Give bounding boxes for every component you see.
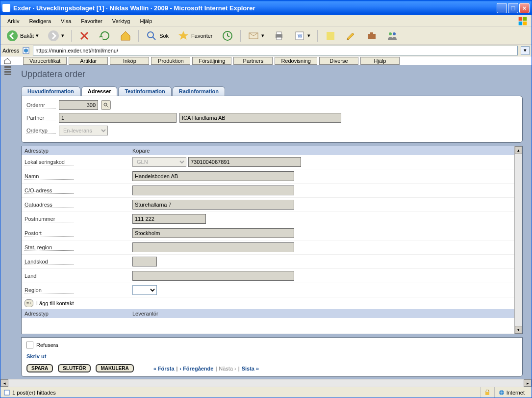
region-select[interactable] bbox=[132, 285, 157, 295]
address-footer-header: Adresstyp Leverantör bbox=[22, 309, 514, 318]
menu-visa[interactable]: Visa bbox=[57, 17, 75, 25]
mail-icon bbox=[248, 30, 259, 42]
svg-rect-10 bbox=[277, 32, 281, 34]
horizontal-scrollbar[interactable]: ◂ ▸ bbox=[0, 379, 532, 387]
tabs: Huvudinformation Adresser Textinformatio… bbox=[21, 86, 523, 96]
menu-redigera[interactable]: Redigera bbox=[25, 17, 55, 25]
search-button[interactable]: Sök bbox=[143, 28, 172, 43]
slutfor-button[interactable]: SLUTFÖR bbox=[58, 364, 91, 372]
svg-point-5 bbox=[48, 30, 59, 41]
tab-radinformation[interactable]: Radinformation bbox=[173, 86, 225, 96]
postnr-label: Postnummer bbox=[25, 216, 74, 222]
postnr-input[interactable] bbox=[132, 214, 206, 224]
lock-icon bbox=[484, 390, 490, 396]
close-button[interactable]: × bbox=[519, 3, 530, 13]
scroll-up-button[interactable]: ▴ bbox=[515, 146, 522, 154]
nav-produktion[interactable]: Produktion bbox=[151, 57, 190, 65]
stat-input[interactable] bbox=[132, 242, 294, 252]
tab-huvudinformation[interactable]: Huvudinformation bbox=[21, 86, 80, 96]
ordernr-input[interactable] bbox=[59, 100, 98, 110]
land-input[interactable] bbox=[132, 271, 294, 281]
lok-value-input[interactable] bbox=[188, 157, 301, 167]
namn-label: Namn bbox=[25, 173, 74, 180]
mail-button[interactable]: ▾ bbox=[245, 28, 267, 43]
namn-input[interactable] bbox=[132, 171, 294, 181]
pager-last[interactable]: Sista » bbox=[242, 366, 259, 371]
postort-input[interactable] bbox=[132, 228, 294, 238]
scroll-left-button[interactable]: ◂ bbox=[0, 379, 8, 387]
makulera-button[interactable]: MAKULERA bbox=[96, 364, 133, 372]
research-button[interactable] bbox=[342, 28, 360, 43]
tab-textinformation[interactable]: Textinformation bbox=[118, 86, 171, 96]
toolbar: Bakåt ▾ ▾ Sök Favoriter ▾ W▾ bbox=[0, 27, 532, 45]
scroll-down-button[interactable]: ▾ bbox=[515, 326, 522, 334]
gata-input[interactable] bbox=[132, 200, 294, 210]
nav-inkop[interactable]: Inköp bbox=[110, 57, 149, 65]
ordertyp-select[interactable]: En-leverans bbox=[59, 126, 108, 135]
history-icon bbox=[222, 30, 233, 42]
refresh-button[interactable] bbox=[96, 28, 114, 43]
tab-adresser[interactable]: Adresser bbox=[81, 86, 118, 96]
nav-varucertifikat[interactable]: Varucertifikat bbox=[23, 57, 67, 65]
history-button[interactable] bbox=[219, 28, 236, 43]
stop-button[interactable] bbox=[76, 28, 93, 43]
spara-button[interactable]: SPARA bbox=[26, 364, 53, 372]
ordernr-label: Ordernr bbox=[26, 102, 56, 108]
nav-partners[interactable]: Partners bbox=[233, 57, 273, 65]
address-header: Adresstyp Köpare bbox=[22, 146, 514, 155]
tools-button[interactable] bbox=[363, 28, 380, 43]
nav-forsaljning[interactable]: Försäljning bbox=[192, 57, 231, 65]
ordernr-lookup-button[interactable] bbox=[101, 100, 111, 110]
favorites-button[interactable]: Favoriter bbox=[175, 28, 215, 43]
add-contact-label: Lägg till kontakt bbox=[36, 300, 74, 306]
minimize-button[interactable]: _ bbox=[497, 3, 507, 13]
security-zone bbox=[480, 387, 494, 398]
print-button[interactable] bbox=[270, 28, 288, 43]
stop-icon bbox=[78, 30, 90, 42]
discuss-button[interactable] bbox=[322, 28, 339, 43]
svg-rect-15 bbox=[368, 34, 376, 39]
nav-redovisning[interactable]: Redovisning bbox=[275, 57, 317, 65]
address-input[interactable] bbox=[33, 46, 518, 55]
scroll-right-button[interactable]: ▸ bbox=[524, 379, 532, 387]
menu-verktyg[interactable]: Verktyg bbox=[108, 17, 134, 25]
app-home-icon[interactable] bbox=[3, 57, 11, 64]
order-header-panel: Ordernr Partner Ordertyp En-leverans bbox=[21, 96, 523, 143]
forward-button[interactable]: ▾ bbox=[45, 28, 67, 43]
rail-icon[interactable] bbox=[4, 66, 11, 82]
landskod-input[interactable] bbox=[132, 257, 157, 266]
menubar: Arkiv Redigera Visa Favoriter Verktyg Hj… bbox=[0, 15, 532, 27]
menu-hjalp[interactable]: Hjälp bbox=[136, 17, 156, 25]
lok-type-select[interactable]: GLN bbox=[132, 157, 186, 167]
edit-button[interactable]: W▾ bbox=[291, 28, 313, 43]
chevron-down-icon: ▾ bbox=[36, 32, 39, 39]
gata-label: Gatuadress bbox=[25, 202, 74, 208]
skrivut-link[interactable]: Skriv ut bbox=[26, 353, 517, 359]
footer-panel: Refusera Skriv ut SPARA SLUTFÖR MAKULERA… bbox=[21, 337, 523, 377]
nav-diverse[interactable]: Diverse bbox=[319, 57, 358, 65]
star-icon bbox=[177, 30, 189, 42]
add-contact-button[interactable]: ≡+ bbox=[25, 299, 33, 307]
address-bar: Adress ▾ bbox=[0, 45, 532, 56]
svg-rect-27 bbox=[485, 392, 489, 395]
nav-artiklar[interactable]: Artiklar bbox=[69, 57, 108, 65]
svg-rect-22 bbox=[4, 69, 11, 70]
menu-arkiv[interactable]: Arkiv bbox=[3, 17, 23, 25]
pager-prev[interactable]: ‹ Föregående bbox=[179, 366, 213, 371]
forward-icon bbox=[48, 30, 59, 42]
co-input[interactable] bbox=[132, 186, 294, 195]
menu-favoriter[interactable]: Favoriter bbox=[77, 17, 106, 25]
home-button[interactable] bbox=[117, 28, 134, 43]
back-button[interactable]: Bakåt ▾ bbox=[3, 28, 42, 43]
titlebar: Exder · Utvecklingsbolaget [1] · Niklas … bbox=[0, 0, 532, 15]
refusera-checkbox[interactable] bbox=[26, 342, 33, 348]
vertical-scrollbar[interactable]: ▴ ▾ bbox=[514, 146, 522, 334]
nav-hjalp[interactable]: Hjälp bbox=[360, 57, 400, 65]
partner-id-input bbox=[59, 113, 177, 123]
address-label: Adress bbox=[2, 48, 19, 53]
svg-rect-14 bbox=[327, 32, 334, 40]
pager-first[interactable]: « Första bbox=[153, 366, 175, 371]
messenger-button[interactable] bbox=[383, 28, 401, 43]
address-dropdown[interactable]: ▾ bbox=[521, 46, 530, 55]
maximize-button[interactable]: □ bbox=[508, 3, 518, 13]
